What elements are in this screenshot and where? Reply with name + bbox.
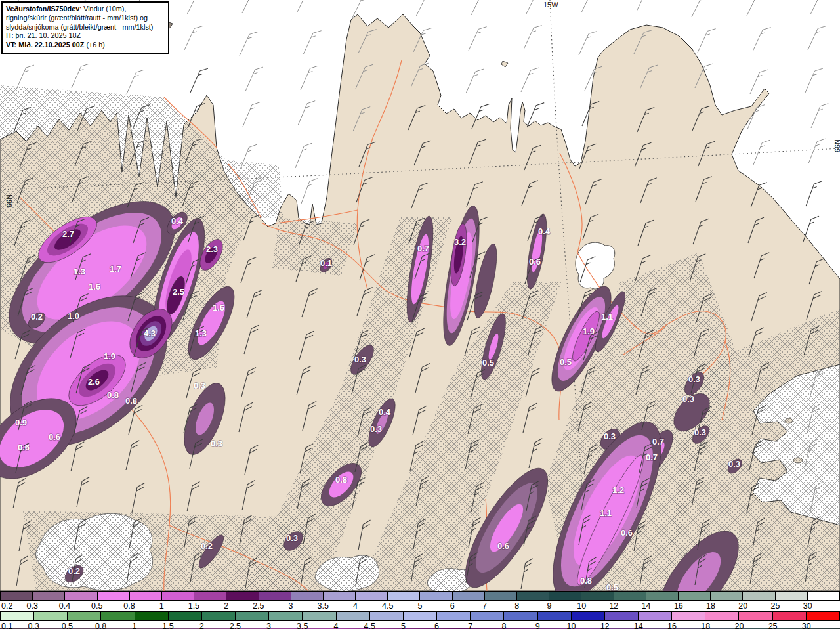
legend-cell — [356, 592, 388, 600]
title-line-2: rigning/skúrir (grænt/blátt/rautt - mm/1… — [6, 14, 165, 23]
legend-tick-label: 5 — [401, 622, 406, 629]
legend-cell — [743, 592, 775, 600]
legend-cell — [581, 592, 614, 600]
legend-tick-label: 7 — [468, 622, 472, 629]
legend-tick-label: 3.5 — [297, 622, 308, 629]
precip-value-label: 2.5 — [173, 287, 184, 297]
legend-cell — [130, 592, 162, 600]
legend-cell — [679, 592, 711, 600]
legend-tick-label: 6 — [450, 601, 455, 611]
precip-value-label: 3.2 — [454, 237, 466, 247]
legend-cell — [639, 612, 672, 620]
precip-value-label: 0.3 — [286, 533, 298, 543]
legend-sleet-labels: 0.20.30.40.50.811.522.533.544.5567891012… — [0, 601, 840, 611]
precip-value-label: 0.8 — [107, 390, 119, 400]
legend-cell — [614, 592, 646, 600]
precip-value-label: 0.3 — [682, 394, 694, 404]
precip-value-label: 2.7 — [62, 229, 74, 239]
title-box: Veðurstofan/IS750dev: Vindur (10m), rign… — [1, 1, 169, 54]
precip-value-label: 0.6 — [497, 541, 509, 551]
legend-cell — [68, 612, 101, 620]
legend-tick-label: 1 — [159, 601, 164, 611]
precip-value-label: 0.9 — [15, 418, 27, 427]
legend-cell — [504, 612, 537, 620]
legend-cell — [404, 612, 437, 620]
legend-cell — [705, 612, 739, 620]
legend-tick-label: 20 — [734, 622, 744, 629]
legend-cell — [711, 592, 743, 600]
legend-cell — [776, 592, 808, 600]
precip-value-label: 0.6 — [49, 432, 60, 442]
legend-tick-label: 0.8 — [123, 601, 135, 611]
precip-value-label: 0.6 — [529, 257, 541, 267]
legend-cell — [33, 592, 65, 600]
precip-value-label: 2.3 — [206, 244, 218, 254]
legend-cell — [98, 592, 130, 600]
precip-value-label: 0.2 — [68, 566, 80, 576]
legend-tick-label: 5 — [418, 601, 423, 611]
precip-value-label: 0.1 — [320, 258, 332, 268]
precip-value-label: 0.3 — [211, 439, 222, 448]
legend-tick-label: 1 — [132, 622, 136, 629]
legend-tick-label: 1.5 — [188, 601, 200, 611]
precip-value-label: 1.3 — [195, 328, 207, 338]
legend-tick-label: 2.5 — [253, 601, 264, 611]
map-svg: 0.42.72.31.31.71.62.51.61.00.24.31.31.92… — [0, 0, 840, 591]
precip-value-label: 4.3 — [144, 328, 156, 338]
parallel-label-right: N99 — [833, 139, 840, 152]
legend-tick-label: 20 — [738, 601, 747, 611]
precip-value-label: 0.6 — [621, 528, 633, 538]
legend-cell — [34, 612, 68, 620]
legend-cell — [437, 612, 471, 620]
legend-cell — [808, 592, 840, 600]
legend-tick-label: 0.1 — [1, 622, 12, 629]
legend-cell — [453, 592, 485, 600]
legend-cell — [303, 612, 336, 620]
legend-tick-label: 0.5 — [91, 601, 102, 611]
precip-value-label: 0.5 — [560, 357, 572, 367]
legend-cell — [101, 612, 135, 620]
legend-cell — [420, 592, 452, 600]
legend-cell — [773, 612, 807, 620]
legend-cell — [226, 592, 259, 600]
legend-cell — [672, 612, 705, 620]
legend-cell — [807, 612, 840, 620]
legend-tick-label: 10 — [577, 601, 586, 611]
legend-tick-label: 14 — [634, 622, 643, 629]
legend-tick-label: 30 — [802, 622, 811, 629]
legend-cell — [202, 612, 236, 620]
legend-cell — [538, 612, 572, 620]
precip-value-label: 0.3 — [688, 374, 700, 384]
legend-cell — [135, 612, 169, 620]
legend-tick-label: 0.3 — [27, 601, 38, 611]
precip-value-label: 0.4 — [379, 407, 391, 417]
precip-value-label: 0.8 — [580, 576, 592, 586]
legend-cell — [259, 592, 291, 600]
legend-cell — [388, 592, 420, 600]
legend-cell — [517, 592, 549, 600]
legend-tick-label: 16 — [667, 622, 677, 629]
legend-cell — [194, 592, 226, 600]
legend-cell — [739, 612, 772, 620]
legend-tick-label: 2.5 — [230, 622, 241, 629]
title-line-1: Veðurstofan/IS750dev: Vindur (10m), — [6, 5, 165, 14]
legend-tick-label: 8 — [502, 622, 507, 629]
legend-sleet-bar — [0, 591, 840, 601]
legend-tick-label: 4.5 — [364, 622, 375, 629]
legend-cell — [269, 612, 303, 620]
precip-value-label: 1.9 — [583, 326, 595, 336]
precip-value-label: 0.2 — [201, 541, 213, 551]
legend-tick-label: 3 — [289, 601, 293, 611]
legend-tick-label: 0.5 — [62, 622, 73, 629]
legend-tick-label: 1.5 — [162, 622, 173, 629]
title-line-3: slydda/snjókoma (grátt/bleikt/grænt - mm… — [6, 23, 165, 32]
legend-tick-label: 18 — [706, 601, 715, 611]
legend-tick-label: 9 — [547, 601, 551, 611]
legend-cell — [572, 612, 605, 620]
precip-value-label: 0.4 — [538, 227, 551, 236]
precip-value-label: 0.3 — [354, 355, 366, 364]
weather-map-page: 0.42.72.31.31.71.62.51.61.00.24.31.31.92… — [0, 0, 840, 629]
legend-cell — [471, 612, 504, 620]
legend-tick-label: 12 — [600, 622, 610, 629]
precip-value-label: 0.3 — [728, 459, 740, 469]
